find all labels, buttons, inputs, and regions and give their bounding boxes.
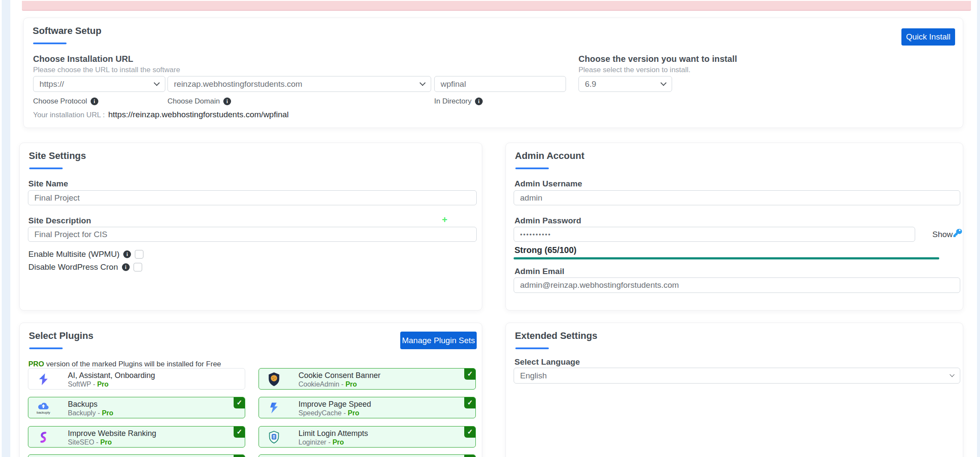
info-icon[interactable]: i — [122, 263, 130, 271]
result-label: Your installation URL : — [33, 111, 105, 119]
vendor-name: SoftWP — [68, 381, 91, 388]
plugin-vendor: Loginizer - Pro — [298, 438, 368, 447]
select-plugins-panel: Select Plugins Manage Plugin Sets PRO ve… — [19, 323, 482, 457]
cookieadmin-shield-icon — [266, 371, 282, 387]
show-password-toggle[interactable]: Show — [932, 230, 953, 239]
admin-account-panel: Admin Account Admin Username Admin Passw… — [505, 143, 963, 311]
vendor-name: CookieAdmin — [298, 381, 339, 388]
chevron-down-icon — [420, 80, 426, 86]
site-settings-panel: Site Settings Site Name Site Description… — [19, 143, 482, 311]
cron-label: Disable WordPress Cron — [28, 262, 118, 272]
plugin-card-softwp[interactable]: AI, Assistant, Onboarding SoftWP - Pro — [28, 368, 245, 390]
site-description-input[interactable] — [28, 227, 477, 242]
protocol-select[interactable]: https:// — [33, 76, 165, 92]
plugin-card-partial[interactable] — [259, 454, 476, 457]
softwp-icon — [35, 371, 52, 387]
software-setup-panel: Software Setup Quick Install Choose Inst… — [23, 18, 963, 128]
alert-banner — [22, 1, 971, 11]
site-name-input[interactable] — [28, 190, 477, 205]
admin-username-input[interactable] — [514, 190, 960, 205]
generate-password-key-icon[interactable] — [953, 228, 963, 240]
language-select[interactable]: English — [514, 368, 960, 384]
select-plugins-title: Select Plugins — [29, 330, 93, 341]
protocol-caption: Choose Protocol i — [33, 97, 98, 106]
plugin-card-loginizer[interactable]: ✓ Limit Login Attempts Loginizer - Pro — [259, 426, 476, 448]
vendor-name: SiteSEO — [68, 439, 94, 446]
software-setup-title: Software Setup — [33, 25, 101, 37]
directory-input[interactable] — [434, 76, 566, 92]
title-underline — [33, 43, 67, 44]
domain-caption: Choose Domain i — [167, 97, 231, 106]
plugin-card-cookieadmin[interactable]: ✓ Cookie Consent Banner CookieAdmin - Pr… — [259, 368, 476, 390]
info-icon[interactable]: i — [91, 97, 98, 105]
vendor-name: SpeedyCache — [298, 409, 342, 417]
selected-check-icon: ✓ — [464, 426, 476, 438]
language-value: English — [520, 371, 547, 381]
version-label: Choose the version you want to install — [578, 54, 737, 64]
version-select[interactable]: 6.9 — [578, 76, 672, 92]
backuply-icon-caption: backuply — [37, 411, 50, 414]
info-icon[interactable]: i — [123, 250, 131, 258]
vendor-sep: - — [93, 381, 95, 388]
extended-settings-panel: Extended Settings Select Language Englis… — [505, 323, 963, 457]
info-icon[interactable]: i — [475, 97, 483, 105]
tier-label: Pro — [102, 409, 113, 417]
tier-label: Pro — [345, 381, 357, 388]
domain-select[interactable]: reinzap.webhostingforstudents.com — [167, 76, 431, 92]
admin-password-input[interactable] — [514, 227, 915, 242]
admin-email-label: Admin Email — [514, 267, 564, 276]
vendor-name: Backuply — [68, 409, 96, 417]
installation-url-help: Please choose the URL to install the sof… — [33, 66, 180, 74]
info-icon[interactable]: i — [223, 97, 231, 105]
speedycache-bolt-icon — [266, 400, 282, 416]
protocol-caption-text: Choose Protocol — [33, 97, 87, 106]
selected-check-icon — [464, 454, 476, 457]
multisite-checkbox[interactable] — [135, 250, 143, 259]
plugin-title: AI, Assistant, Onboarding — [68, 371, 155, 380]
plugin-vendor: Backuply - Pro — [68, 409, 113, 417]
password-strength-text: Strong (65/100) — [514, 245, 576, 255]
cursor-plus-artifact: + — [442, 214, 447, 225]
plugin-title: Improve Page Speed — [298, 399, 371, 409]
domain-value: reinzap.webhostingforstudents.com — [174, 79, 302, 89]
site-settings-title: Site Settings — [29, 150, 86, 161]
plugin-vendor: SiteSEO - Pro — [68, 438, 156, 447]
installation-url-result: Your installation URL : https://reinzap.… — [33, 110, 289, 119]
plugin-title: Cookie Consent Banner — [298, 371, 380, 380]
version-value: 6.9 — [585, 79, 596, 89]
chevron-down-icon — [950, 372, 954, 377]
domain-caption-text: Choose Domain — [167, 97, 220, 106]
admin-email-input[interactable] — [514, 277, 960, 293]
pro-note-text: version of the marked Plugins will be in… — [44, 360, 221, 368]
title-underline — [29, 168, 63, 169]
plugin-title: Limit Login Attempts — [298, 429, 368, 438]
title-underline — [515, 347, 549, 349]
pro-note: PRO version of the marked Plugins will b… — [28, 360, 221, 369]
cron-checkbox[interactable] — [134, 263, 142, 271]
vendor-sep: - — [344, 409, 346, 417]
tier-label: Pro — [97, 381, 109, 388]
manage-plugin-sets-button[interactable]: Manage Plugin Sets — [400, 332, 477, 349]
vendor-sep: - — [96, 439, 98, 446]
tier-label: Pro — [332, 439, 344, 446]
plugin-card-siteseo[interactable]: ✓ Improve Website Ranking SiteSEO - Pro — [28, 426, 245, 448]
quick-install-button[interactable]: Quick Install — [901, 28, 955, 46]
vendor-name: Loginizer — [298, 439, 326, 446]
admin-account-title: Admin Account — [515, 150, 584, 161]
select-language-label: Select Language — [514, 357, 580, 367]
title-underline — [515, 168, 549, 169]
plugin-card-backuply[interactable]: ✓ backuply Backups Backuply - Pro — [28, 397, 245, 418]
cron-row: Disable WordPress Cron i — [28, 262, 142, 272]
plugin-card-speedycache[interactable]: ✓ Improve Page Speed SpeedyCache - Pro — [259, 397, 476, 418]
tier-label: Pro — [348, 409, 359, 417]
extended-settings-title: Extended Settings — [515, 330, 597, 341]
multisite-label: Enable Multisite (WPMU) — [28, 250, 119, 259]
selected-check-icon: ✓ — [464, 397, 476, 408]
version-help: Please select the version to install. — [578, 66, 691, 74]
selected-check-icon: ✓ — [464, 368, 476, 380]
plugin-card-partial[interactable] — [28, 454, 245, 457]
backuply-cloud-icon: backuply — [35, 400, 52, 416]
plugin-title: Improve Website Ranking — [68, 429, 156, 438]
directory-caption: In Directory i — [434, 97, 483, 106]
plugin-vendor: SoftWP - Pro — [68, 380, 155, 389]
